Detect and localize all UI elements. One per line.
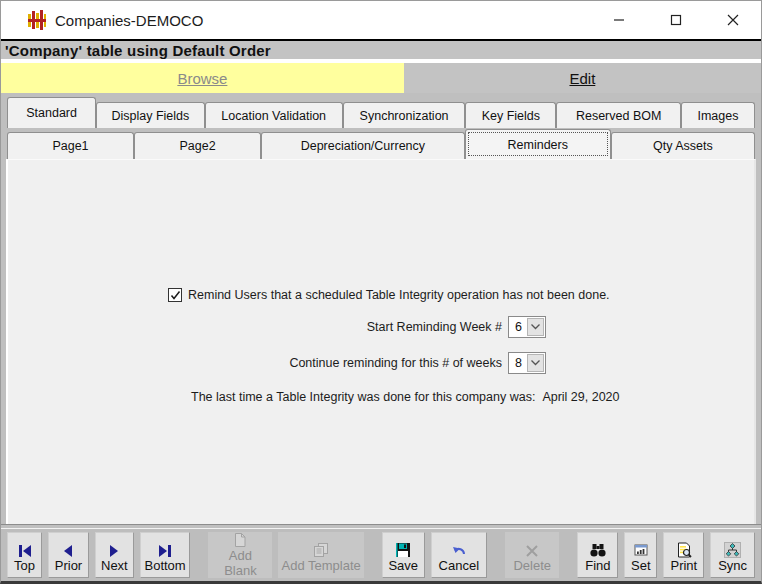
start-week-value: 6 [509, 320, 527, 334]
window-controls [590, 1, 761, 39]
tab-browse[interactable]: Browse [1, 63, 404, 93]
sync-icon [724, 538, 741, 558]
close-button[interactable] [704, 1, 761, 39]
bottom-button[interactable]: Bottom [140, 532, 191, 578]
edit-label: Edit [569, 70, 595, 87]
close-icon [727, 14, 739, 26]
continue-weeks-label: Continue reminding for this # of weeks [8, 356, 502, 370]
tab-location-validation[interactable]: Location Validation [205, 102, 343, 128]
continue-weeks-select[interactable]: 8 [508, 352, 546, 374]
remind-users-checkbox[interactable] [168, 288, 182, 302]
chevron-down-icon[interactable] [527, 354, 544, 372]
start-week-row: Start Reminding Week # 6 [8, 316, 754, 338]
set-button[interactable]: Set [624, 532, 657, 578]
add-blank-icon [233, 532, 247, 548]
top-button[interactable]: Top [7, 532, 42, 578]
maximize-button[interactable] [647, 1, 704, 39]
mode-band: Browse Edit [1, 63, 761, 93]
nav-bottom-icon [157, 538, 173, 558]
continue-weeks-row: Continue reminding for this # of weeks 8 [8, 352, 754, 374]
start-week-select[interactable]: 6 [508, 316, 546, 338]
tab-key-fields[interactable]: Key Fields [465, 102, 556, 128]
find-button[interactable]: Find [577, 532, 618, 578]
window-title: Companies-DEMOCO [55, 12, 203, 29]
tab-standard[interactable]: Standard [7, 97, 96, 128]
nav-next-icon [106, 538, 122, 558]
tab-edit[interactable]: Edit [404, 63, 761, 93]
nav-prior-icon [60, 538, 76, 558]
bottom-toolbar: Top Prior Next Bottom Add Blank [1, 528, 761, 581]
maximize-icon [670, 14, 682, 26]
add-template-button: Add Template [278, 532, 363, 578]
checkmark-icon [170, 290, 181, 301]
tab-page1[interactable]: Page1 [7, 132, 134, 159]
sync-button[interactable]: Sync [710, 532, 755, 578]
tab-page2[interactable]: Page2 [134, 132, 261, 159]
last-integrity-label: The last time a Table Integrity was done… [191, 390, 535, 404]
delete-icon [525, 538, 539, 558]
find-icon [589, 538, 607, 558]
print-icon [676, 538, 692, 558]
tab-images[interactable]: Images [681, 102, 755, 128]
tab-depreciation-currency[interactable]: Depreciation/Currency [261, 132, 465, 159]
titlebar: Companies-DEMOCO [1, 1, 761, 39]
add-blank-button: Add Blank [208, 532, 272, 578]
tab-row-categories: Standard Display Fields Location Validat… [1, 93, 761, 128]
print-button[interactable]: Print [663, 532, 704, 578]
save-button[interactable]: Save [382, 532, 425, 578]
tab-row-pages: Page1 Page2 Depreciation/Currency Remind… [1, 128, 761, 159]
minimize-icon [613, 14, 625, 26]
add-template-icon [312, 538, 330, 558]
tab-reserved-bom[interactable]: Reserved BOM [556, 102, 680, 128]
last-integrity-row: The last time a Table Integrity was done… [191, 390, 754, 404]
header-strip: 'Company' table using Default Order [1, 41, 761, 59]
reminders-panel: Remind Users that a scheduled Table Inte… [6, 159, 756, 524]
page-title: 'Company' table using Default Order [1, 42, 271, 59]
delete-button: Delete [505, 532, 559, 578]
remind-users-row: Remind Users that a scheduled Table Inte… [168, 288, 754, 302]
next-button[interactable]: Next [95, 532, 134, 578]
app-icon [27, 9, 47, 31]
tab-display-fields[interactable]: Display Fields [96, 102, 204, 128]
tab-reminders[interactable]: Reminders [465, 129, 611, 159]
cancel-button[interactable]: Cancel [431, 532, 487, 578]
tab-qty-assets[interactable]: Qty Assets [611, 132, 755, 159]
continue-weeks-value: 8 [509, 356, 527, 370]
minimize-button[interactable] [590, 1, 647, 39]
start-week-label: Start Reminding Week # [8, 320, 502, 334]
browse-label: Browse [177, 70, 227, 87]
set-icon [633, 538, 649, 558]
save-icon [395, 538, 411, 558]
app-window: Companies-DEMOCO 'Company' table using D… [0, 0, 762, 584]
tab-synchronization[interactable]: Synchronization [343, 102, 465, 128]
chevron-down-icon[interactable] [527, 318, 544, 336]
cancel-icon [451, 538, 467, 558]
remind-users-label: Remind Users that a scheduled Table Inte… [188, 288, 610, 302]
last-integrity-date: April 29, 2020 [542, 390, 619, 404]
nav-top-icon [17, 538, 33, 558]
prior-button[interactable]: Prior [48, 532, 89, 578]
